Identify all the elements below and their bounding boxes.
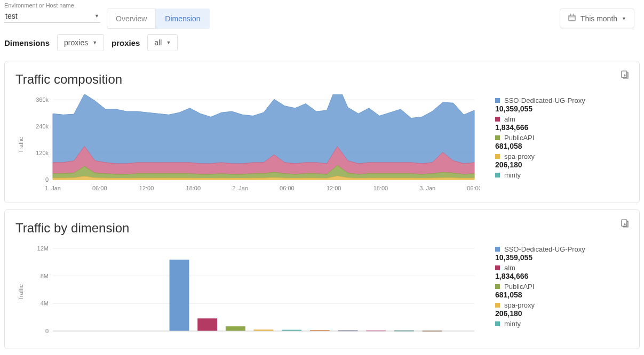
svg-text:06:00: 06:00	[280, 185, 295, 191]
svg-text:0: 0	[45, 328, 49, 334]
legend-name: SSO-Dedicated-UG-Proxy	[504, 96, 585, 104]
legend-item: alm1,834,666	[495, 115, 629, 132]
card-traffic-composition: Traffic composition 0120k240k360k1. Jan0…	[4, 61, 640, 203]
legend-value: 1,834,666	[495, 123, 629, 132]
svg-text:18:00: 18:00	[373, 185, 388, 191]
legend-name: SSO-Dedicated-UG-Proxy	[504, 245, 585, 253]
export-icon[interactable]	[620, 70, 630, 81]
env-value: test	[5, 12, 18, 20]
svg-text:18:00: 18:00	[186, 185, 201, 191]
legend-swatch	[495, 117, 500, 122]
legend-swatch	[495, 98, 500, 103]
date-range-picker[interactable]: This month ▼	[560, 9, 634, 28]
dimensions-dropdown[interactable]: proxies ▼	[57, 34, 104, 51]
svg-rect-33	[170, 260, 189, 331]
chevron-down-icon: ▼	[622, 16, 626, 21]
legend-item: SSO-Dedicated-UG-Proxy10,359,055	[495, 245, 629, 262]
svg-text:Traffic: Traffic	[18, 284, 24, 300]
legend-item: spa-proxy206,180	[495, 152, 629, 169]
legend-item: minty	[495, 320, 629, 328]
area-chart: 0120k240k360k1. Jan06:0012:0018:002. Jan…	[15, 94, 484, 197]
legend-item: PublicAPI681,058	[495, 283, 629, 299]
legend-value: 10,359,055	[495, 104, 629, 113]
svg-text:12M: 12M	[37, 245, 49, 252]
legend: SSO-Dedicated-UG-Proxy10,359,055alm1,834…	[495, 94, 629, 197]
tab-dimension[interactable]: Dimension	[156, 9, 209, 29]
chevron-down-icon: ▼	[94, 13, 99, 19]
legend-item: spa-proxy206,180	[495, 301, 629, 318]
dimensions-label: Dimensions	[4, 38, 50, 47]
svg-rect-4	[622, 71, 627, 77]
svg-text:1. Jan: 1. Jan	[45, 185, 61, 191]
svg-rect-34	[197, 318, 217, 331]
svg-text:3. Jan: 3. Jan	[419, 185, 435, 191]
dimensions-value: proxies	[64, 38, 88, 47]
legend-swatch	[495, 154, 500, 159]
svg-text:12:00: 12:00	[327, 185, 341, 191]
svg-text:06:00: 06:00	[92, 185, 107, 191]
card-traffic-by-dimension: Traffic by dimension 04M8M12MTraffic SSO…	[4, 209, 640, 349]
legend-name: alm	[504, 115, 515, 123]
legend: SSO-Dedicated-UG-Proxy10,359,055alm1,834…	[495, 243, 629, 343]
legend-item: alm1,834,666	[495, 264, 629, 280]
svg-text:240k: 240k	[36, 123, 49, 130]
legend-value: 206,180	[495, 160, 629, 169]
legend-name: alm	[504, 264, 515, 272]
env-select[interactable]: test ▼	[4, 10, 100, 23]
legend-item: PublicAPI681,058	[495, 134, 629, 150]
svg-text:0: 0	[45, 176, 49, 183]
date-range-label: This month	[581, 14, 617, 23]
proxies-label: proxies	[112, 38, 140, 47]
card-title: Traffic composition	[15, 72, 629, 87]
svg-rect-24	[622, 220, 627, 226]
proxies-dropdown[interactable]: all ▼	[147, 34, 178, 51]
tab-overview[interactable]: Overview	[107, 9, 156, 29]
export-icon[interactable]	[620, 219, 630, 230]
legend-swatch	[495, 303, 500, 308]
legend-value: 1,834,666	[495, 272, 629, 280]
legend-name: minty	[504, 320, 521, 328]
svg-text:360k: 360k	[36, 96, 49, 103]
svg-text:120k: 120k	[36, 150, 49, 156]
legend-item: SSO-Dedicated-UG-Proxy10,359,055	[495, 96, 629, 113]
svg-rect-35	[226, 326, 245, 331]
legend-value: 10,359,055	[495, 253, 629, 262]
svg-text:06:00: 06:00	[467, 185, 480, 191]
card-title: Traffic by dimension	[15, 221, 629, 236]
proxies-value: all	[154, 38, 162, 47]
legend-item: minty	[495, 171, 629, 179]
svg-text:8M: 8M	[41, 273, 49, 279]
legend-value: 681,058	[495, 291, 629, 299]
svg-text:12:00: 12:00	[139, 185, 154, 191]
legend-swatch	[495, 173, 500, 178]
svg-text:Traffic: Traffic	[18, 137, 24, 153]
legend-name: minty	[504, 171, 521, 179]
legend-name: PublicAPI	[504, 134, 534, 142]
bar-chart: 04M8M12MTraffic	[15, 243, 484, 343]
legend-swatch	[495, 247, 500, 252]
legend-value: 681,058	[495, 142, 629, 150]
chevron-down-icon: ▼	[92, 40, 97, 45]
legend-swatch	[495, 135, 500, 140]
legend-name: spa-proxy	[504, 152, 535, 160]
calendar-icon	[568, 13, 576, 23]
svg-text:4M: 4M	[41, 300, 49, 306]
legend-name: PublicAPI	[504, 283, 534, 291]
legend-swatch	[495, 265, 500, 270]
legend-swatch	[495, 321, 500, 326]
svg-text:2. Jan: 2. Jan	[232, 185, 248, 191]
chevron-down-icon: ▼	[166, 40, 171, 45]
svg-rect-0	[569, 15, 575, 21]
legend-name: spa-proxy	[504, 301, 535, 309]
legend-swatch	[495, 284, 500, 289]
env-label: Environment or Host name	[4, 2, 100, 9]
legend-value: 206,180	[495, 309, 629, 318]
